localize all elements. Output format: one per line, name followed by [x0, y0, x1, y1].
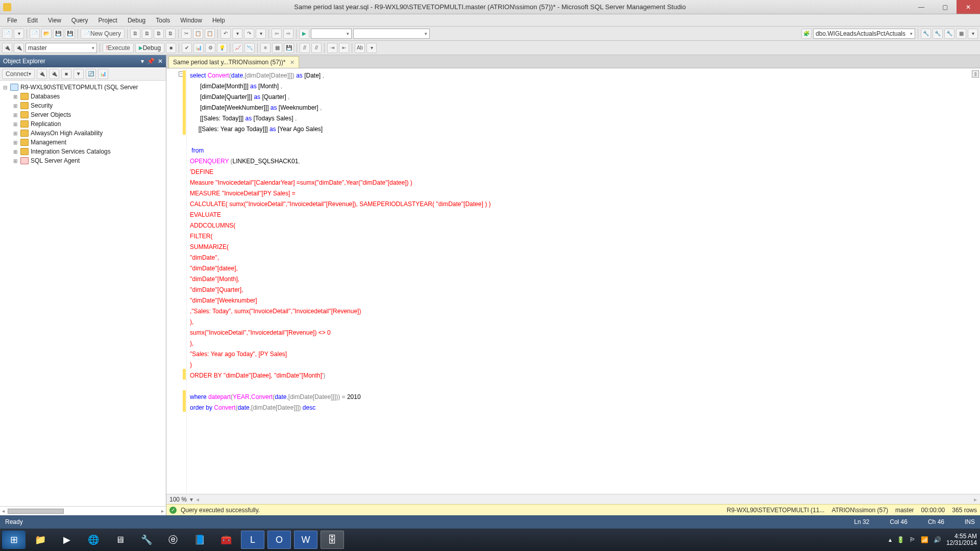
menu-debug[interactable]: Debug — [122, 15, 151, 26]
comment-icon[interactable]: // — [300, 43, 310, 53]
new-item-icon[interactable]: 📄 — [30, 29, 40, 39]
tool-icon-c[interactable]: 🔧 — [933, 29, 943, 39]
taskbar-app2-icon[interactable]: 🔧 — [135, 531, 158, 549]
change-connection-icon[interactable]: 🔌 — [2, 43, 12, 53]
uncomment-icon[interactable]: // — [311, 43, 322, 53]
tree-node-integration-services-catalogs[interactable]: ⊞Integration Services Catalogs — [0, 147, 166, 156]
oe-icon-2[interactable]: 🔌 — [49, 69, 59, 79]
taskbar-word-icon[interactable]: W — [294, 531, 317, 549]
menu-file[interactable]: File — [2, 15, 22, 26]
taskbar-explorer-icon[interactable]: 📁 — [29, 531, 52, 549]
execute-button[interactable]: ! Execute — [103, 43, 134, 53]
tree-node-alwayson-high-availability[interactable]: ⊞AlwaysOn High Availability — [0, 129, 166, 138]
menu-edit[interactable]: Edit — [22, 15, 43, 26]
new-query-button[interactable]: 📄 New Query — [81, 29, 125, 39]
tree-node-replication[interactable]: ⊞Replication — [0, 119, 166, 129]
copy-icon[interactable]: 📋 — [193, 29, 203, 39]
taskbar-app1-icon[interactable]: 🖥 — [108, 531, 132, 549]
redo-icon[interactable]: ↷ — [244, 29, 254, 39]
taskbar-media-icon[interactable]: ▶ — [55, 531, 79, 549]
zoom-level[interactable]: 100 % — [169, 496, 187, 503]
taskbar-app3-icon[interactable]: 📘 — [188, 531, 211, 549]
intellisense-icon[interactable]: 💡 — [217, 43, 227, 53]
taskbar-lync-icon[interactable]: L — [241, 531, 264, 549]
mdx-query-icon[interactable]: 🗎 — [142, 29, 152, 39]
connect-button[interactable]: Connect ▾ — [2, 69, 35, 79]
save-icon[interactable]: 💾 — [53, 29, 63, 39]
tray-flag-icon[interactable]: 🏳 — [910, 536, 916, 543]
taskbar-ie-icon[interactable]: ⓔ — [161, 531, 185, 549]
toolbar-overflow-icon[interactable]: ▾ — [366, 43, 377, 53]
outdent-icon[interactable]: ⇤ — [339, 43, 349, 53]
save-all-icon[interactable]: 💾 — [65, 29, 75, 39]
tray-clock[interactable]: 4:55 AM 12/31/2014 — [946, 533, 977, 546]
system-tray[interactable]: ▴ 🔋 🏳 📶 🔊 4:55 AM 12/31/2014 — [889, 533, 977, 546]
cut-icon[interactable]: ✂ — [181, 29, 191, 39]
debug-button[interactable]: ▶ Debug — [135, 43, 164, 53]
tree-node-sql-server-agent[interactable]: ⊞SQL Server Agent — [0, 156, 166, 165]
taskbar-chrome-icon[interactable]: 🌐 — [82, 531, 105, 549]
taskbar-ssms-icon[interactable]: 🗄 — [321, 531, 344, 549]
nav-back-icon[interactable]: ⇦ — [272, 29, 282, 39]
start-icon[interactable]: ▶ — [299, 29, 309, 39]
include-stats-icon[interactable]: 📉 — [244, 43, 255, 53]
tree-node-databases[interactable]: ⊞Databases — [0, 92, 166, 101]
database-combo[interactable]: master — [26, 43, 97, 53]
indent-icon[interactable]: ⇥ — [327, 43, 337, 53]
object-explorer-tree[interactable]: ⊟ R9-WXL90\STEVETOPMULTI (SQL Server ⊞Da… — [0, 81, 166, 506]
panel-close-icon[interactable]: ✕ — [158, 58, 163, 65]
cancel-query-icon[interactable]: ■ — [166, 43, 176, 53]
solution-platform-combo[interactable] — [353, 29, 430, 39]
oe-icon-1[interactable]: 🔌 — [37, 69, 47, 79]
results-file-icon[interactable]: 💾 — [284, 43, 294, 53]
menu-query[interactable]: Query — [66, 15, 93, 26]
tree-node-server-objects[interactable]: ⊞Server Objects — [0, 110, 166, 119]
tree-node-security[interactable]: ⊞Security — [0, 101, 166, 110]
tray-network-icon[interactable]: 📶 — [921, 536, 928, 543]
query-options-icon[interactable]: ⚙ — [205, 43, 215, 53]
tool-icon-e[interactable]: ▦ — [956, 29, 966, 39]
object-combo[interactable]: dbo.WIGLeadsActualsPctActuals — [813, 29, 915, 39]
object-explorer-scrollbar[interactable]: ◂ ▸ — [0, 506, 166, 515]
tab-active[interactable]: Same period last y...TRION\ssimon (57))*… — [168, 56, 299, 68]
menu-project[interactable]: Project — [93, 15, 122, 26]
taskbar-outlook-icon[interactable]: O — [267, 531, 291, 549]
tool-dropdown-icon[interactable]: ▾ — [968, 29, 978, 39]
menu-tools[interactable]: Tools — [151, 15, 175, 26]
results-grid-icon[interactable]: ▦ — [272, 43, 282, 53]
de-query-icon[interactable]: 🗎 — [130, 29, 140, 39]
taskbar-app4-icon[interactable]: 🧰 — [214, 531, 238, 549]
disconnect-icon[interactable]: 🔌 — [14, 43, 24, 53]
oe-stop-icon[interactable]: ■ — [61, 69, 71, 79]
nav-fwd-icon[interactable]: ⇨ — [283, 29, 293, 39]
dropdown-icon[interactable]: ▾ — [14, 29, 24, 39]
start-button[interactable]: ⊞ — [2, 531, 26, 549]
tool-icon-a[interactable]: 🧩 — [801, 29, 812, 39]
menu-window[interactable]: Window — [175, 15, 207, 26]
code-content[interactable]: select Convert(date,[dimDate[Datee]]]) a… — [187, 68, 980, 494]
tab-close-icon[interactable]: ✕ — [290, 59, 295, 66]
panel-pin-icon[interactable]: 📌 — [147, 58, 155, 65]
tool-icon-d[interactable]: 🔧 — [944, 29, 954, 39]
zoom-dropdown-icon[interactable]: ▾ — [190, 496, 193, 503]
oe-filter-icon[interactable]: ▼ — [74, 69, 84, 79]
tree-server-node[interactable]: ⊟ R9-WXL90\STEVETOPMULTI (SQL Server — [0, 83, 166, 92]
specify-values-icon[interactable]: Ab — [355, 43, 365, 53]
xmla-query-icon[interactable]: 🗎 — [165, 29, 176, 39]
undo-icon[interactable]: ↶ — [220, 29, 231, 39]
open-icon[interactable]: 📂 — [41, 29, 52, 39]
oe-refresh-icon[interactable]: 🔄 — [86, 69, 96, 79]
new-project-icon[interactable]: 📄 — [2, 29, 12, 39]
parse-icon[interactable]: ✔ — [182, 43, 192, 53]
close-button[interactable]: ✕ — [957, 0, 980, 14]
panel-dropdown-icon[interactable]: ▾ — [141, 58, 144, 65]
results-text-icon[interactable]: ≡ — [260, 43, 271, 53]
include-plan-icon[interactable]: 📈 — [233, 43, 243, 53]
tray-volume-icon[interactable]: 🔊 — [934, 536, 941, 543]
solution-config-combo[interactable] — [311, 29, 352, 39]
split-handle-icon[interactable]: ⇳ — [972, 70, 979, 78]
dmx-query-icon[interactable]: 🗎 — [154, 29, 164, 39]
redo-dropdown-icon[interactable]: ▾ — [256, 29, 266, 39]
minimize-button[interactable]: — — [910, 0, 933, 14]
tray-up-icon[interactable]: ▴ — [889, 536, 892, 543]
